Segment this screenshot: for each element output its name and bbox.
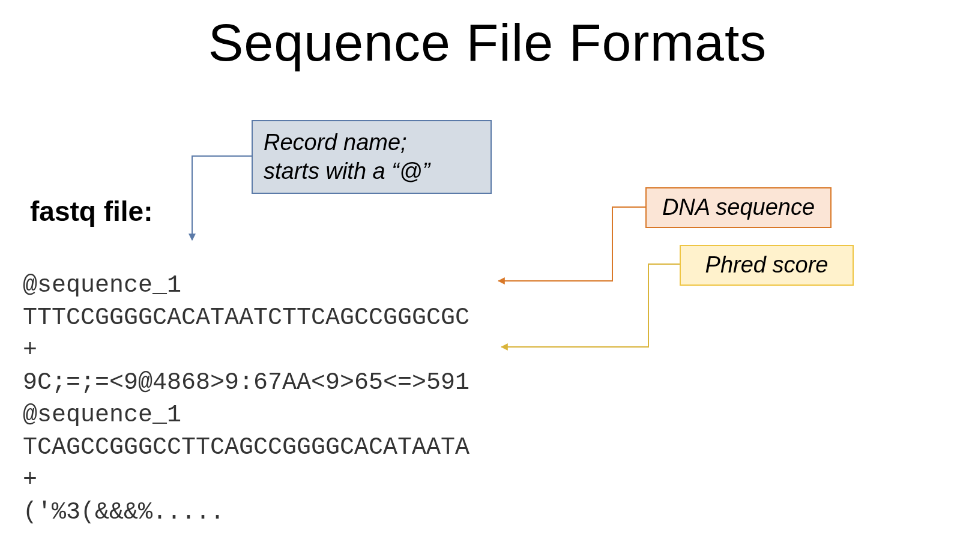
code-line-header1: @sequence_1: [23, 272, 181, 299]
code-line-quality2: ('%3(&&&%.....: [23, 499, 225, 526]
code-line-plus2: +: [23, 466, 37, 493]
callout-phred-score: Phred score: [680, 245, 854, 286]
callout-dna-text: DNA sequence: [662, 194, 815, 220]
code-line-quality1: 9C;=;=<9@4868>9:67AA<9>65<=>591: [23, 369, 469, 396]
callout-record-name: Record name; starts with a “@”: [252, 120, 492, 194]
code-line-plus1: +: [23, 337, 37, 364]
file-type-label: fastq file:: [30, 195, 152, 227]
fastq-code-block: @sequence_1 TTTCCGGGGCACATAATCTTCAGCCGGG…: [23, 237, 469, 529]
connector-dna: [498, 207, 645, 281]
callout-record-text: Record name; starts with a “@”: [264, 130, 430, 184]
slide-title: Sequence File Formats: [0, 12, 975, 73]
connector-record: [192, 156, 252, 240]
code-line-header2: @sequence_1: [23, 402, 181, 429]
code-line-sequence2: TCAGCCGGGCCTTCAGCCGGGGCACATAATA: [23, 434, 469, 461]
callout-dna-sequence: DNA sequence: [645, 187, 832, 228]
callout-phred-text: Phred score: [705, 252, 829, 277]
code-line-sequence1: TTTCCGGGGCACATAATCTTCAGCCGGGCGC: [23, 304, 469, 331]
connector-phred: [501, 264, 680, 347]
